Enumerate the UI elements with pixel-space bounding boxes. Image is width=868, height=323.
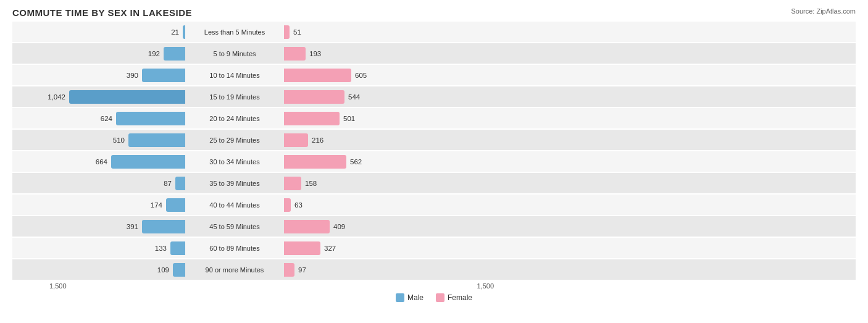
bar-label: 15 to 19 Minutes [185, 93, 284, 101]
female-value: 544 [344, 93, 382, 101]
male-bar [166, 198, 185, 212]
axis-right: 1,500 [321, 282, 531, 290]
male-value: 109 [136, 266, 173, 274]
table-row: 109 90 or more Minutes 97 [12, 259, 856, 280]
female-bar [284, 198, 291, 212]
legend-male-label: Male [407, 293, 424, 302]
female-value: 409 [330, 223, 367, 230]
female-bar [284, 47, 306, 61]
female-value: 158 [301, 180, 338, 187]
male-value: 133 [133, 245, 170, 252]
female-bar [284, 220, 330, 233]
bar-label: 35 to 39 Minutes [185, 180, 284, 187]
female-bar [284, 69, 351, 82]
male-value: 664 [74, 158, 111, 166]
male-bar [128, 133, 185, 147]
table-row: 1,042 15 to 19 Minutes 544 [12, 86, 856, 107]
male-bar [175, 177, 185, 190]
left-bar-area: 510 [12, 133, 185, 147]
male-value: 21 [146, 28, 183, 36]
left-bar-area: 192 [12, 47, 185, 61]
right-bar-area: 193 [284, 47, 457, 61]
table-row: 87 35 to 39 Minutes 158 [12, 173, 856, 193]
female-bar [284, 241, 320, 255]
male-bar [170, 241, 185, 255]
female-value: 51 [290, 28, 327, 36]
table-row: 21 Less than 5 Minutes 51 [12, 22, 856, 42]
bar-label: 10 to 14 Minutes [185, 72, 284, 79]
right-bar-area: 501 [284, 112, 457, 125]
right-bar-area: 562 [284, 155, 457, 169]
male-bar [69, 90, 185, 104]
legend: Male Female [12, 293, 856, 302]
bar-label: Less than 5 Minutes [185, 28, 284, 36]
female-value: 327 [320, 245, 357, 252]
female-value: 605 [351, 72, 388, 79]
left-bar-area: 109 [12, 263, 185, 277]
right-bar-area: 544 [284, 90, 457, 104]
bar-label: 40 to 44 Minutes [185, 201, 284, 209]
left-bar-area: 133 [12, 241, 185, 255]
table-row: 391 45 to 59 Minutes 409 [12, 216, 856, 237]
chart-area: 21 Less than 5 Minutes 51 192 5 to 9 Min… [12, 22, 856, 280]
female-value: 193 [306, 50, 343, 57]
female-bar [284, 90, 344, 104]
male-bar [142, 220, 185, 233]
bar-label: 25 to 29 Minutes [185, 136, 284, 144]
male-value: 391 [105, 223, 142, 230]
female-bar [284, 177, 301, 190]
right-bar-area: 216 [284, 133, 457, 147]
right-bar-area: 327 [284, 241, 457, 255]
right-bar-area: 409 [284, 220, 457, 233]
table-row: 510 25 to 29 Minutes 216 [12, 130, 856, 150]
source-text: Source: ZipAtlas.com [791, 7, 856, 15]
axis-right-label: 1,500 [477, 282, 494, 290]
left-bar-area: 624 [12, 112, 185, 125]
legend-female-box [436, 293, 444, 302]
male-value: 1,042 [32, 93, 69, 101]
table-row: 133 60 to 89 Minutes 327 [12, 238, 856, 258]
male-value: 624 [79, 115, 116, 122]
bar-label: 60 to 89 Minutes [185, 245, 284, 252]
right-bar-area: 63 [284, 198, 457, 212]
chart-title: COMMUTE TIME BY SEX IN LAKESIDE [12, 7, 856, 18]
right-bar-area: 97 [284, 263, 457, 277]
bar-label: 20 to 24 Minutes [185, 115, 284, 122]
female-bar [284, 155, 346, 169]
bar-label: 45 to 59 Minutes [185, 223, 284, 230]
female-bar [284, 263, 294, 277]
axis-row: 1,500 1,500 [12, 282, 856, 290]
chart-container: COMMUTE TIME BY SEX IN LAKESIDE Source: … [0, 0, 868, 323]
legend-female: Female [436, 293, 472, 302]
left-bar-area: 664 [12, 155, 185, 169]
left-bar-area: 1,042 [12, 90, 185, 104]
table-row: 192 5 to 9 Minutes 193 [12, 43, 856, 64]
female-value: 501 [340, 115, 377, 122]
female-value: 63 [291, 201, 328, 209]
male-value: 87 [138, 180, 175, 187]
male-bar [111, 155, 185, 169]
table-row: 664 30 to 34 Minutes 562 [12, 151, 856, 172]
male-value: 510 [91, 136, 128, 144]
left-bar-area: 21 [12, 25, 185, 39]
bar-label: 5 to 9 Minutes [185, 50, 284, 57]
bar-label: 90 or more Minutes [185, 266, 284, 274]
female-bar [284, 25, 290, 39]
table-row: 624 20 to 24 Minutes 501 [12, 108, 856, 128]
axis-left-label: 1,500 [49, 282, 67, 290]
left-bar-area: 390 [12, 69, 185, 82]
male-bar [142, 69, 185, 82]
bar-label: 30 to 34 Minutes [185, 158, 284, 166]
male-bar [116, 112, 185, 125]
legend-male: Male [396, 293, 424, 302]
legend-female-label: Female [448, 293, 472, 302]
male-value: 192 [127, 50, 164, 57]
female-bar [284, 112, 340, 125]
female-value: 216 [308, 136, 345, 144]
female-value: 562 [346, 158, 383, 166]
left-bar-area: 87 [12, 177, 185, 190]
female-bar [284, 133, 308, 147]
table-row: 174 40 to 44 Minutes 63 [12, 195, 856, 215]
female-value: 97 [294, 266, 332, 274]
male-bar [173, 263, 185, 277]
